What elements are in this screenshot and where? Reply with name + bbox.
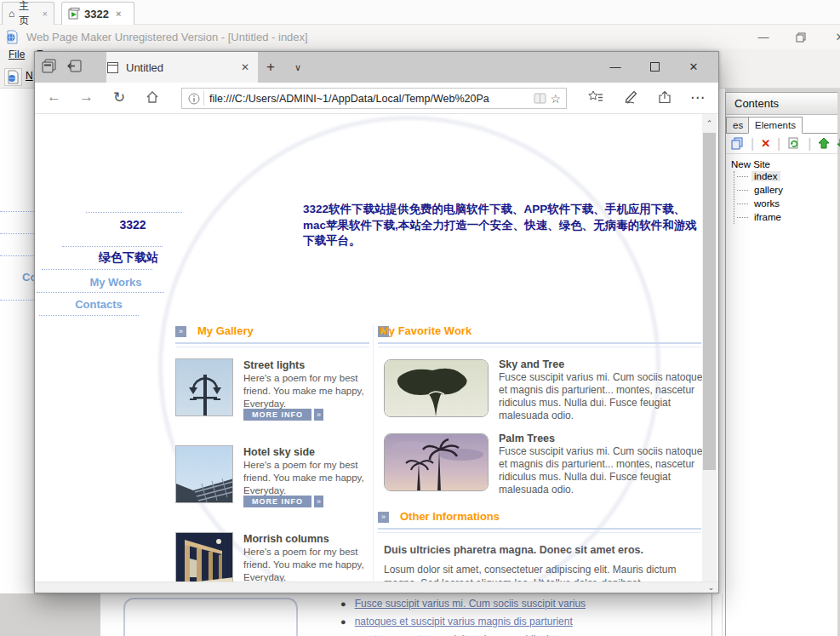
bullet-icon: ● (340, 599, 346, 609)
wpm-app-icon (5, 30, 20, 44)
favorites-hub-icon[interactable] (588, 90, 603, 104)
refresh-page-icon[interactable] (787, 137, 801, 150)
tab-home-close-icon[interactable]: × (43, 9, 48, 19)
web-notes-pen-icon[interactable] (624, 90, 638, 104)
preview-page-icon (68, 8, 80, 20)
scroll-up-icon[interactable]: ⌃ (702, 119, 717, 128)
tree-item-iframe[interactable]: iframe (729, 210, 837, 224)
favorites-title: My Favorite Work (380, 324, 471, 337)
section-rule (378, 532, 701, 533)
more-options-icon[interactable]: ⋯ (690, 89, 705, 106)
canvas-edge-line (722, 593, 723, 636)
tree-branch-icon (737, 190, 748, 191)
forward-icon[interactable]: → (79, 89, 94, 106)
address-bar[interactable]: file:///C:/Users/ADMINI~1/AppData/Local/… (181, 88, 567, 109)
document-icon (106, 61, 119, 74)
tab-preview-icon[interactable] (42, 59, 59, 76)
canvas-gray-corner (0, 593, 100, 636)
edge-active-tab[interactable]: Untitled ✕ (106, 52, 258, 83)
reading-view-icon[interactable] (534, 93, 546, 104)
tree-item-label: gallery (751, 185, 786, 195)
canvas-rounded-box[interactable] (123, 598, 298, 636)
edge-tab-title: Untitled (126, 61, 163, 74)
favorite-star-icon[interactable]: ☆ (550, 92, 561, 106)
section-rule (378, 342, 701, 344)
vertical-scrollbar[interactable]: ⌃ (702, 114, 717, 582)
edge-tab-close-icon[interactable]: ✕ (241, 61, 249, 73)
more-info-button[interactable]: MORE INFO (243, 496, 311, 507)
site-nav-3322[interactable]: 3322 (82, 218, 184, 232)
thumbnail-sky-and-tree[interactable] (384, 359, 489, 417)
site-nav-green-download[interactable]: 绿色下载站 (73, 250, 184, 266)
share-icon[interactable] (658, 90, 671, 104)
tree-item-gallery[interactable]: gallery (729, 183, 837, 197)
gallery-section-header: » My Gallery (175, 324, 369, 342)
canvas-edge-line (711, 593, 712, 636)
toolbar-new-label[interactable]: N (26, 70, 33, 82)
edge-maximize-button[interactable] (636, 52, 673, 83)
tab-home[interactable]: ⌂ 主页 × (2, 2, 54, 25)
tree-item-works[interactable]: works (729, 197, 837, 210)
home-icon: ⌂ (9, 8, 14, 20)
site-tree: New Site index gallery works iframe (726, 154, 837, 224)
tab-pages[interactable]: es (726, 117, 750, 134)
refresh-icon[interactable]: ↻ (113, 89, 125, 106)
horizontal-scrollbar[interactable]: ⌄ (35, 582, 718, 593)
tree-item-label: index (751, 171, 780, 181)
item-title: Sky and Tree (499, 358, 564, 370)
other-info-lead: Duis ultricies pharetra magna. Donec sit… (384, 544, 700, 556)
wpm-close-button[interactable]: ✕ (829, 30, 840, 45)
thumbnail-street-lights[interactable] (175, 358, 233, 416)
tab-3322[interactable]: 3322 × (61, 2, 134, 25)
delete-page-icon[interactable]: ✕ (761, 137, 770, 150)
tab-list-dropdown-icon[interactable]: ∨ (285, 52, 311, 83)
tab-elements[interactable]: Elements (748, 117, 803, 134)
thumbnail-hotel-sky-side[interactable] (175, 445, 233, 503)
thumbnail-palm-trees[interactable] (384, 433, 489, 491)
canvas-link[interactable]: natoques et suscipit varius magnis dis p… (355, 616, 573, 627)
new-tab-button[interactable]: + (258, 52, 283, 83)
item-text: Here's a poem for my best friend. You ma… (243, 372, 373, 410)
tree-guide-line (734, 171, 734, 224)
other-info-title: Other Informations (380, 510, 500, 523)
info-icon[interactable] (188, 93, 200, 105)
double-chevron-icon[interactable]: » (314, 409, 323, 421)
page-dotted-rule (37, 292, 164, 293)
new-page-button[interactable] (4, 68, 22, 86)
move-down-icon[interactable] (837, 137, 840, 150)
scroll-down-icon[interactable]: ⌄ (704, 583, 718, 592)
url-text[interactable]: file:///C:/Users/ADMINI~1/AppData/Local/… (209, 93, 530, 105)
menu-file[interactable]: File (9, 49, 25, 60)
wpm-restore-button[interactable] (790, 30, 812, 45)
site-nav-my-works[interactable]: My Works (65, 276, 167, 289)
tab-3322-close-icon[interactable]: × (116, 9, 121, 19)
site-nav-contacts[interactable]: Contacts (48, 298, 150, 311)
back-icon[interactable]: ← (47, 89, 61, 106)
item-title: Hotel sky side (243, 446, 315, 458)
other-info-section-header: » Other Informations (378, 510, 701, 528)
scrollbar-thumb[interactable] (703, 133, 716, 470)
item-title: Street lights (243, 359, 305, 371)
copy-page-icon[interactable] (731, 137, 744, 150)
edge-page-content: 3322 绿色下载站 My Works Contacts 3322软件下载站提供… (35, 114, 718, 593)
tree-branch-icon (737, 176, 748, 177)
item-text: Here's a poem for my best friend. You ma… (243, 546, 373, 584)
home-icon[interactable] (146, 90, 159, 104)
wpm-minimize-button[interactable]: — (752, 30, 774, 45)
gallery-title: My Gallery (177, 324, 254, 337)
section-rule (378, 347, 701, 347)
canvas-link[interactable]: Fusce suscipit varius mi. Cum sociis sus… (355, 598, 586, 610)
background-tab-bar: ⌂ 主页 × 3322 × (0, 0, 840, 25)
double-chevron-icon[interactable]: » (314, 496, 323, 507)
set-tabs-aside-icon[interactable] (67, 59, 84, 76)
canvas-link-item: ●Fusce suscipit varius mi. Cum sociis su… (340, 598, 586, 610)
edge-minimize-button[interactable]: — (597, 52, 634, 83)
tree-root[interactable]: New Site (729, 159, 837, 169)
more-info-button[interactable]: MORE INFO (243, 409, 311, 421)
move-up-icon[interactable] (818, 137, 830, 150)
edge-close-button[interactable]: ✕ (675, 52, 712, 83)
address-divider (203, 91, 204, 106)
item-title: Palm Trees (499, 433, 555, 444)
tree-item-index[interactable]: index (729, 169, 837, 183)
page-dotted-rule (62, 246, 163, 247)
